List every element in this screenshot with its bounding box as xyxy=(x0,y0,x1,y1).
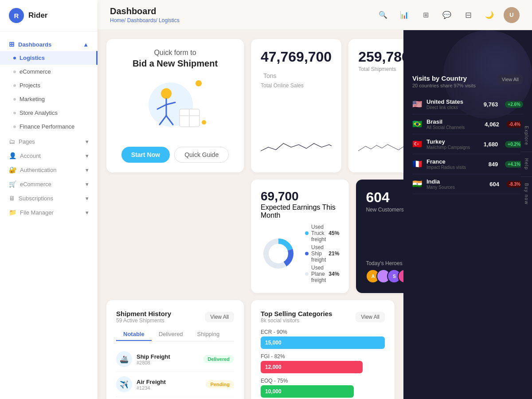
search-icon[interactable]: 🔍 xyxy=(376,8,390,22)
right-panel: Visits by Country 20 countries share 97%… xyxy=(403,30,532,399)
visits-sub: 20 countries share 97% visits xyxy=(412,83,476,88)
fr-name: France xyxy=(426,158,484,165)
shipment-view-all[interactable]: View All xyxy=(205,312,234,322)
sidebar-item-marketing[interactable]: Marketing xyxy=(0,92,98,106)
us-change: +2.6% xyxy=(505,101,523,108)
bar-ecr: 15,000 xyxy=(261,336,385,349)
bar-item-eoq: EOQ - 75% 10,000 xyxy=(261,378,385,398)
shipment-tabs: Notable Delivered Shipping xyxy=(116,328,234,341)
quick-form-card: Quick form to Bid a New Shipment xyxy=(106,39,244,172)
truck-dot xyxy=(305,231,309,235)
visits-title: Visits by Country xyxy=(412,74,476,82)
explore-tab[interactable]: Explore xyxy=(521,120,532,152)
main-panel: Quick form to Bid a New Shipment xyxy=(98,30,403,399)
chevron-down-icon: ▾ xyxy=(86,209,89,216)
shipment-item-2: ✈️ Air Freight #1234 Pending xyxy=(116,372,234,397)
chevron-down-icon: ▾ xyxy=(86,153,89,159)
ship-status-2: Pending xyxy=(206,380,234,388)
sidebar-section-dashboards[interactable]: ⊞ Dashboards ▲ xyxy=(0,36,98,51)
tab-delivered[interactable]: Delivered xyxy=(152,328,190,341)
quick-form-title: Bid a New Shipment xyxy=(133,59,218,69)
file-manager-icon: 📁 xyxy=(9,209,16,216)
topbar: Dashboard Home/ Dashboards/ Logistics 🔍 … xyxy=(98,0,532,30)
chat-icon[interactable]: 💬 xyxy=(440,8,454,22)
bar-val-fgi: 12,000 xyxy=(265,364,282,370)
heroes-label: Today's Heroes xyxy=(366,260,403,266)
shipment-history-card: Shipment History 59 Active Shipments Vie… xyxy=(106,300,244,399)
sidebar-section-file-manager[interactable]: 📁 File Manager ▾ xyxy=(0,204,98,219)
help-tab[interactable]: Help xyxy=(521,152,532,177)
fr-flag: 🇫🇷 xyxy=(412,159,422,169)
grid-icon[interactable]: ⊞ xyxy=(419,8,433,22)
shipment-title: Shipment History xyxy=(116,310,171,317)
sidebar-item-ecommerce[interactable]: eCommerce xyxy=(0,65,98,78)
new-customers-card: 604 New Customers This Month Today's Her… xyxy=(356,180,403,293)
dark-mode-icon[interactable]: 🌙 xyxy=(482,8,497,22)
quick-form-subtitle: Quick form to xyxy=(154,49,196,57)
nav-dot xyxy=(13,70,16,73)
shipment-header: Shipment History 59 Active Shipments Vie… xyxy=(116,310,234,324)
ship-pct: 21% xyxy=(329,250,339,257)
sidebar-item-projects[interactable]: Projects xyxy=(0,78,98,92)
plane-pct: 34% xyxy=(329,271,339,277)
logo-text: Rider xyxy=(28,11,47,20)
sidebar-section-subscriptions[interactable]: 🖥 Subscriptions ▾ xyxy=(0,190,98,204)
buy-now-tab[interactable]: Buy now xyxy=(521,177,532,211)
bar-fgi: 12,000 xyxy=(261,361,363,373)
truck-freight-legend: Used Truck freight 45% xyxy=(305,224,339,243)
quick-guide-button[interactable]: Quick Guide xyxy=(174,147,229,163)
total-sales-chart xyxy=(261,132,332,163)
country-item-br: 🇧🇷 Brasil All Social Channels 4,062 -0.4… xyxy=(412,114,523,134)
svg-point-1 xyxy=(161,88,172,99)
total-shipments-value: 259,786 xyxy=(358,49,403,65)
user-avatar[interactable]: U xyxy=(504,7,520,23)
country-item-us: 🇺🇸 United States Direct link clicks 9,76… xyxy=(412,94,523,114)
heroes-avatars: A S P T +2 xyxy=(366,269,403,283)
top-cards-row: Quick form to Bid a New Shipment xyxy=(106,39,395,172)
in-name: India xyxy=(426,178,485,185)
selling-bars: ECR - 90% 15,000 FGI - 82% 12,000 xyxy=(261,329,385,399)
bar-item-fgi: FGI - 82% 12,000 xyxy=(261,353,385,373)
us-name: United States xyxy=(426,98,479,105)
visits-view-all[interactable]: View All xyxy=(497,74,523,84)
nav-dot xyxy=(13,84,16,87)
tr-flag: 🇹🇷 xyxy=(412,139,422,149)
yellow-dot-1 xyxy=(196,80,202,86)
illustration xyxy=(140,76,211,138)
ship-name-2: Air Freight xyxy=(137,379,202,385)
sidebar-section-ecommerce2[interactable]: 🛒 eCommerce ▾ xyxy=(0,176,98,190)
earnings-card: 69,700 Expected Earnings This Month xyxy=(251,180,349,293)
start-now-button[interactable]: Start Now xyxy=(121,147,170,163)
shipment-item-1: 🚢 Ship Freight #2808 Delivered xyxy=(116,347,234,372)
total-sales-header: 47,769,700 Tons Total Online Sales xyxy=(261,49,332,89)
apps-icon[interactable]: ⊟ xyxy=(461,8,475,22)
tab-notable[interactable]: Notable xyxy=(116,328,152,341)
breadcrumb: Home/ Dashboards/ Logistics xyxy=(110,17,180,23)
br-flag: 🇧🇷 xyxy=(412,119,422,129)
sidebar-section-account[interactable]: 👤 Account ▾ xyxy=(0,148,98,162)
ship-freight-legend: Used Ship freight 21% xyxy=(305,244,339,263)
ship-id-2: #1234 xyxy=(137,385,202,391)
ship-name-1: Ship Freight xyxy=(137,353,199,360)
fr-info: France Impact Radius visits xyxy=(426,158,484,170)
in-val: 604 xyxy=(489,181,499,188)
bar-chart-icon[interactable]: 📊 xyxy=(397,8,411,22)
chevron-down-icon: ▾ xyxy=(86,195,89,202)
freight-legend: Used Truck freight 45% Used Ship freight… xyxy=(305,224,339,283)
sidebar-item-logistics[interactable]: Logistics xyxy=(0,51,98,65)
br-name: Brasil xyxy=(426,118,480,125)
total-shipments-chart xyxy=(358,132,403,163)
top-selling-card: Top Selling Categories 8k social visitor… xyxy=(251,300,395,399)
country-item-tr: 🇹🇷 Turkey Mailchimp Campaigns 1,680 +0.2… xyxy=(412,134,523,154)
selling-view-all[interactable]: View All xyxy=(356,312,385,322)
truck-pct: 45% xyxy=(329,230,339,236)
tab-shipping[interactable]: Shipping xyxy=(190,328,227,341)
air-freight-icon: ✈️ xyxy=(116,376,132,392)
country-list: 🇺🇸 United States Direct link clicks 9,76… xyxy=(412,94,523,194)
sidebar-item-finance[interactable]: Finance Performance xyxy=(0,120,98,133)
sidebar-section-authentication[interactable]: 🔐 Authentication ▾ xyxy=(0,162,98,176)
sidebar-section-pages[interactable]: 🗂 Pages ▾ xyxy=(0,133,98,148)
sidebar-item-store-analytics[interactable]: Store Analytics xyxy=(0,106,98,120)
in-info: India Many Sources xyxy=(426,178,485,190)
tr-val: 1,680 xyxy=(484,141,498,148)
